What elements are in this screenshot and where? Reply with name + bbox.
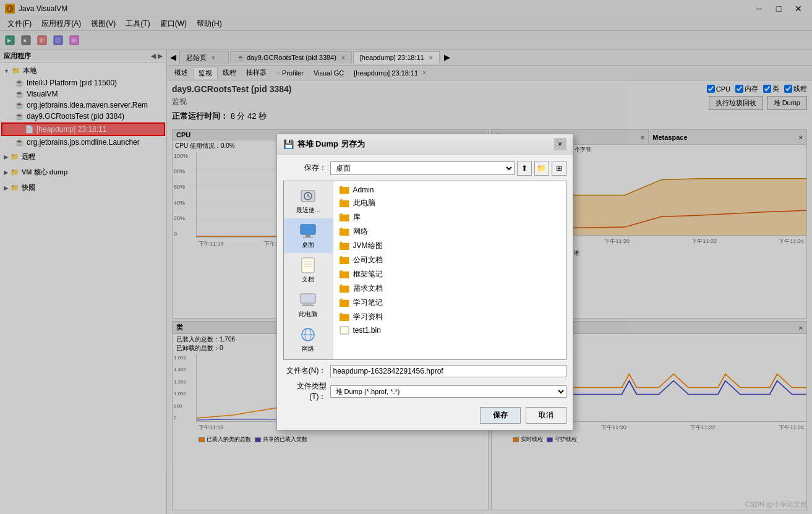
file-nav-desktop[interactable]: 桌面 <box>284 218 333 253</box>
file-item-admin[interactable]: Admin <box>336 184 563 196</box>
svg-rect-23 <box>303 237 313 238</box>
nav-up-button[interactable]: ⬆ <box>517 161 532 176</box>
filetype-row: 文件类型(T)： 堆 Dump (*.hprof, *.*) <box>283 381 566 402</box>
watermark: CSDN @小幸运安然 <box>745 500 807 509</box>
filename-label: 文件名(N)： <box>283 366 327 376</box>
file-item-requirements[interactable]: 需求文档 <box>336 281 563 296</box>
file-item-company[interactable]: 公司文档 <box>336 253 563 267</box>
file-nav-computer[interactable]: 此电脑 <box>284 288 333 322</box>
file-item-library[interactable]: 库 <box>336 210 563 225</box>
svg-rect-30 <box>302 305 314 306</box>
filetype-label: 文件类型(T)： <box>283 381 327 402</box>
file-nav-network[interactable]: 网络 <box>284 322 333 357</box>
file-item-study-notes[interactable]: 学习笔记 <box>336 296 563 310</box>
file-nav: 最近使... 桌面 文档 <box>284 181 333 359</box>
view-toggle-button[interactable]: ⊞ <box>552 161 566 176</box>
dialog-body: 保存： 桌面 ⬆ 📁 ⊞ <box>277 155 573 430</box>
filetype-dropdown[interactable]: 堆 Dump (*.hprof, *.*) <box>330 385 566 398</box>
file-item-network[interactable]: 网络 <box>336 225 563 239</box>
file-item-framework[interactable]: 框架笔记 <box>336 267 563 281</box>
new-folder-button[interactable]: 📁 <box>534 161 549 176</box>
file-item-study-materials[interactable]: 学习资料 <box>336 310 563 324</box>
file-item-computer[interactable]: 此电脑 <box>336 196 563 210</box>
dialog-close-button[interactable]: × <box>554 138 566 150</box>
file-nav-recent[interactable]: 最近使... <box>284 184 333 218</box>
svg-rect-24 <box>302 258 314 273</box>
dialog-buttons: 保存 取消 <box>283 407 566 424</box>
filename-row: 文件名(N)： <box>283 365 566 377</box>
dialog-overlay[interactable]: 💾 将堆 Dump 另存为 × 保存： 桌面 ⬆ 📁 ⊞ <box>0 0 812 514</box>
filename-input[interactable] <box>330 365 566 377</box>
save-label: 保存： <box>283 163 327 173</box>
file-item-test1[interactable]: test1.bin <box>336 324 563 336</box>
svg-rect-21 <box>301 225 315 234</box>
dialog-cancel-button[interactable]: 取消 <box>526 407 566 424</box>
location-dropdown[interactable]: 桌面 <box>330 161 515 175</box>
dialog-title-bar: 💾 将堆 Dump 另存为 × <box>277 134 573 155</box>
svg-rect-28 <box>301 294 315 303</box>
file-list: Admin 此电脑 库 网络 <box>333 181 566 359</box>
file-nav-documents[interactable]: 文档 <box>284 253 333 288</box>
dialog-save-button[interactable]: 保存 <box>480 407 521 424</box>
dialog-title-icon: 💾 <box>283 139 294 149</box>
svg-rect-22 <box>306 234 310 237</box>
file-item-jvm[interactable]: JVM绘图 <box>336 239 563 253</box>
dialog-title-text: 将堆 Dump 另存为 <box>297 139 365 150</box>
save-dialog: 💾 将堆 Dump 另存为 × 保存： 桌面 ⬆ 📁 ⊞ <box>276 134 573 430</box>
save-location-control: 桌面 ⬆ 📁 ⊞ <box>330 161 566 176</box>
file-browser: 最近使... 桌面 文档 <box>283 181 566 360</box>
save-location-row: 保存： 桌面 ⬆ 📁 ⊞ <box>283 161 566 176</box>
svg-rect-34 <box>340 327 349 334</box>
svg-rect-29 <box>303 303 313 305</box>
